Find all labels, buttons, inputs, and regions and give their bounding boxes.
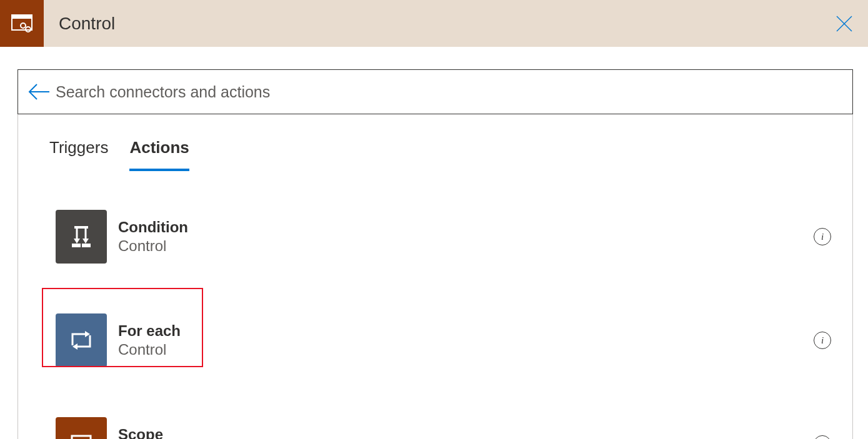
action-item-scope[interactable]: Scope Control i (18, 405, 852, 439)
search-bar (17, 69, 853, 114)
info-button[interactable]: i (814, 435, 831, 439)
tab-triggers[interactable]: Triggers (49, 138, 108, 171)
main-panel: Triggers Actions Condition Control (17, 114, 853, 439)
panel-header: Control (0, 0, 868, 47)
condition-icon (56, 210, 107, 264)
action-text: Scope Control (118, 426, 814, 439)
info-button[interactable]: i (814, 332, 831, 349)
scope-icon (56, 417, 107, 439)
action-text: For each Control (118, 322, 814, 358)
action-item-condition[interactable]: Condition Control i (18, 197, 852, 276)
back-arrow-icon (28, 83, 51, 101)
action-text: Condition Control (118, 219, 814, 255)
search-input[interactable] (56, 83, 844, 101)
panel-title: Control (59, 14, 115, 34)
close-button[interactable] (832, 11, 857, 36)
svg-rect-13 (82, 244, 91, 247)
action-name-label: Scope (118, 426, 814, 439)
info-button[interactable]: i (814, 228, 831, 245)
svg-marker-10 (74, 239, 80, 244)
svg-rect-16 (72, 436, 91, 439)
actions-list: Condition Control i For each Control (18, 171, 852, 439)
action-category-label: Control (118, 341, 814, 358)
svg-rect-7 (74, 226, 88, 229)
action-name-label: Condition (118, 219, 814, 236)
close-icon (835, 14, 854, 33)
tab-bar: Triggers Actions (18, 138, 852, 171)
control-header-icon (0, 0, 44, 47)
svg-rect-12 (72, 244, 81, 247)
back-button[interactable] (27, 79, 52, 104)
info-icon: i (821, 232, 824, 242)
tab-actions[interactable]: Actions (129, 138, 189, 171)
action-name-label: For each (118, 322, 814, 340)
svg-marker-11 (82, 239, 89, 244)
svg-rect-1 (12, 15, 32, 19)
foreach-icon (56, 313, 107, 367)
info-icon: i (821, 335, 824, 346)
svg-point-2 (21, 23, 26, 28)
action-item-foreach[interactable]: For each Control i (18, 301, 852, 380)
action-category-label: Control (118, 237, 814, 255)
